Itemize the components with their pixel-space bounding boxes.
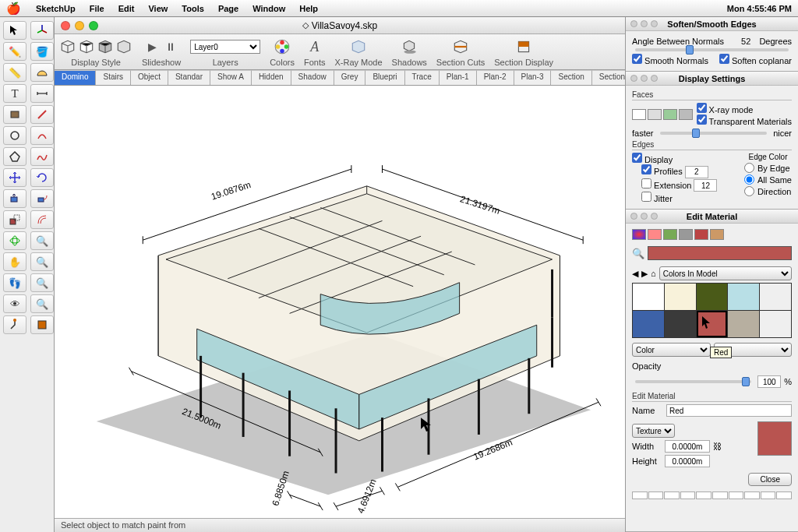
line-tool[interactable]: [30, 105, 54, 124]
scene-tab[interactable]: Standar: [168, 70, 210, 85]
close-window-icon[interactable]: [61, 21, 70, 30]
play-icon[interactable]: ▶: [143, 38, 161, 55]
palette-swatch[interactable]: [728, 284, 759, 310]
current-material-swatch[interactable]: [648, 246, 792, 260]
protractor-tool[interactable]: [30, 63, 54, 82]
fonts-button[interactable]: AFonts: [304, 37, 326, 67]
soften-coplanar-checkbox[interactable]: Soften coplanar: [719, 54, 792, 65]
menu-help[interactable]: Help: [292, 4, 325, 13]
texture-width[interactable]: [665, 440, 710, 453]
palette-swatch[interactable]: [728, 311, 759, 337]
apple-menu-icon[interactable]: 🍎: [6, 2, 21, 16]
mini-swatch[interactable]: [744, 491, 760, 499]
zoom-previous-tool[interactable]: 🔍: [30, 294, 54, 313]
texture-select[interactable]: Texture: [632, 424, 675, 438]
shaded-style-icon[interactable]: [97, 38, 114, 55]
pushpull-tool[interactable]: [3, 189, 26, 208]
jitter-checkbox[interactable]: Jitter: [641, 194, 673, 203]
rectangle-tool[interactable]: [3, 105, 26, 124]
scene-tab[interactable]: Trace: [405, 70, 440, 85]
zoom-extents-tool[interactable]: 🔍: [30, 231, 54, 250]
nav-fwd-icon[interactable]: ▶: [641, 269, 648, 279]
followme-tool[interactable]: [30, 189, 54, 208]
position-camera-tool[interactable]: [3, 315, 26, 334]
scene-tab[interactable]: Plan-1: [440, 70, 477, 85]
face-style-icons[interactable]: [632, 109, 693, 120]
angle-slider[interactable]: [635, 48, 789, 51]
extension-value[interactable]: [694, 179, 717, 192]
by-edge-radio[interactable]: By Edge: [744, 163, 792, 173]
mini-swatch[interactable]: [712, 491, 728, 499]
palette-swatch[interactable]: [633, 284, 664, 310]
circle-tool[interactable]: [3, 126, 26, 145]
palette-swatch[interactable]: [760, 311, 791, 337]
transparent-materials-checkbox[interactable]: Transparent Materials: [697, 115, 792, 126]
profiles-value[interactable]: [685, 166, 708, 178]
profiles-checkbox[interactable]: Profiles: [641, 167, 683, 176]
mini-swatch[interactable]: [632, 491, 648, 499]
xray-button[interactable]: X-Ray Mode: [334, 37, 382, 67]
orbit-tool[interactable]: [3, 231, 26, 250]
look-around-tool[interactable]: 👁: [3, 294, 26, 313]
zoom-tool[interactable]: 🔍: [30, 252, 54, 271]
scene-tab[interactable]: Stairs: [96, 70, 131, 85]
mini-swatch[interactable]: [696, 491, 711, 499]
close-button[interactable]: Close: [748, 473, 792, 486]
shadows-button[interactable]: Shadows: [392, 37, 427, 67]
menu-window[interactable]: Window: [245, 4, 292, 13]
texture-height[interactable]: [665, 455, 710, 467]
dimension-tool[interactable]: [30, 84, 54, 103]
scene-tab[interactable]: Grey: [334, 70, 366, 85]
minimize-window-icon[interactable]: [75, 21, 84, 30]
mini-swatch[interactable]: [761, 491, 776, 499]
zoom-window-tool[interactable]: 🔍: [30, 273, 54, 292]
clock[interactable]: Mon 4:55:46 PM: [727, 4, 792, 13]
menu-file[interactable]: File: [83, 4, 111, 13]
scene-tab[interactable]: Section: [551, 70, 591, 85]
xray-mode-checkbox[interactable]: X-ray mode: [697, 103, 792, 115]
wireframe-style-icon[interactable]: [59, 38, 76, 55]
palette-swatch[interactable]: [697, 311, 728, 337]
menu-tools[interactable]: Tools: [175, 4, 211, 13]
palette-swatch[interactable]: [665, 311, 696, 337]
palette-swatch[interactable]: [633, 311, 664, 337]
walk-tool[interactable]: 👣: [3, 273, 26, 292]
layer-select[interactable]: Layer0: [190, 40, 260, 54]
eraser-tool[interactable]: ✏️: [3, 42, 26, 61]
section-tool[interactable]: [30, 315, 54, 334]
move-tool[interactable]: [3, 168, 26, 187]
mini-swatch[interactable]: [648, 491, 664, 499]
transparency-quality-slider[interactable]: [660, 132, 768, 135]
app-menu[interactable]: SketchUp: [29, 4, 83, 13]
mini-swatch[interactable]: [680, 491, 696, 499]
textured-style-icon[interactable]: [115, 38, 132, 55]
freehand-tool[interactable]: [30, 147, 54, 166]
section-display-button[interactable]: Section Display: [494, 37, 553, 67]
smooth-normals-checkbox[interactable]: Smooth Normals: [632, 54, 708, 65]
material-name-input[interactable]: [666, 404, 792, 417]
scene-tab[interactable]: Section: [592, 70, 625, 85]
home-icon[interactable]: ⌂: [651, 269, 656, 278]
opacity-slider[interactable]: [635, 380, 751, 383]
menu-edit[interactable]: Edit: [111, 4, 142, 13]
tape-measure-tool[interactable]: 📏: [3, 63, 26, 82]
colors-button[interactable]: Colors: [270, 37, 295, 67]
viewport-3d[interactable]: 19.0876m 21.3197m 21.5000m 6.8850m 4.691…: [55, 86, 625, 518]
hidden-line-style-icon[interactable]: [78, 38, 95, 55]
scene-tab[interactable]: Plan-3: [514, 70, 552, 85]
direction-radio[interactable]: Direction: [744, 186, 792, 196]
paint-bucket-tool[interactable]: 🪣: [30, 42, 54, 61]
zoom-window-icon[interactable]: [89, 21, 98, 30]
titlebar[interactable]: ◇VillaSavoy4.skp: [55, 17, 625, 34]
nav-back-icon[interactable]: ◀: [632, 269, 638, 279]
pause-icon[interactable]: ⏸: [162, 38, 179, 55]
palette-swatch[interactable]: [697, 284, 728, 310]
mini-swatch[interactable]: [729, 491, 744, 499]
extension-checkbox[interactable]: Extension: [641, 181, 691, 190]
menu-page[interactable]: Page: [211, 4, 245, 13]
menu-view[interactable]: View: [141, 4, 175, 13]
offset-tool[interactable]: [30, 210, 54, 229]
scene-tab[interactable]: Shadow: [291, 70, 334, 85]
scene-tab[interactable]: Domino: [55, 70, 96, 85]
scene-tab[interactable]: Object: [131, 70, 168, 85]
